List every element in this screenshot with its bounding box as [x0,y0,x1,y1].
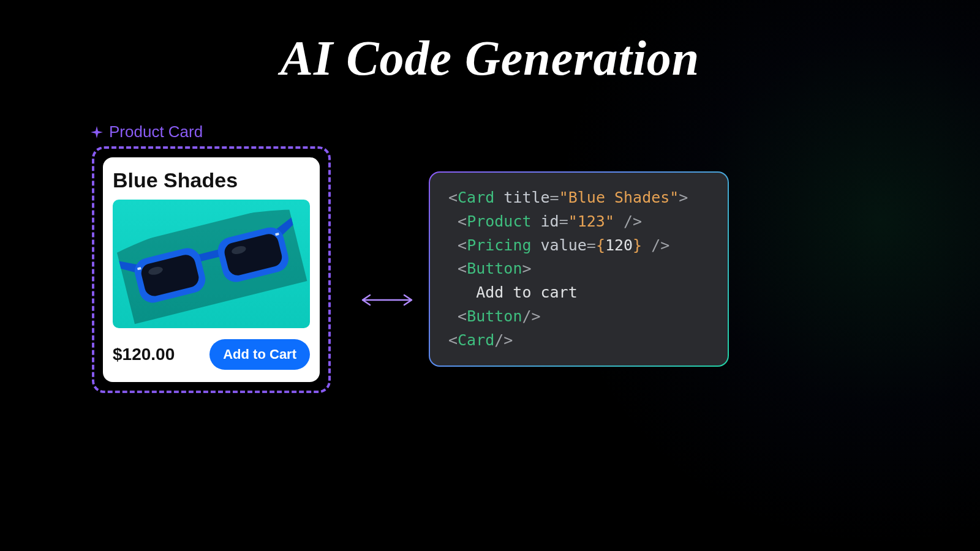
product-image [113,200,310,328]
add-to-cart-button[interactable]: Add to Cart [209,339,310,370]
product-card-component: Product Card Blue Shades [92,122,331,393]
product-card: Blue Shades [103,157,320,382]
product-price: $120.00 [113,345,175,364]
page-title: AI Code Generation [0,31,980,86]
code-content: <Card title="Blue Shades"> <Product id="… [430,173,728,365]
code-block: <Card title="Blue Shades"> <Product id="… [429,171,729,367]
component-label: Product Card [89,122,331,141]
sunglasses-icon [116,204,307,324]
component-label-text: Product Card [109,122,203,141]
bidirectional-arrow-icon [356,288,418,315]
component-selection-frame: Blue Shades [92,146,331,393]
component-icon [89,125,104,140]
product-title: Blue Shades [113,168,310,192]
card-footer: $120.00 Add to Cart [113,339,310,370]
